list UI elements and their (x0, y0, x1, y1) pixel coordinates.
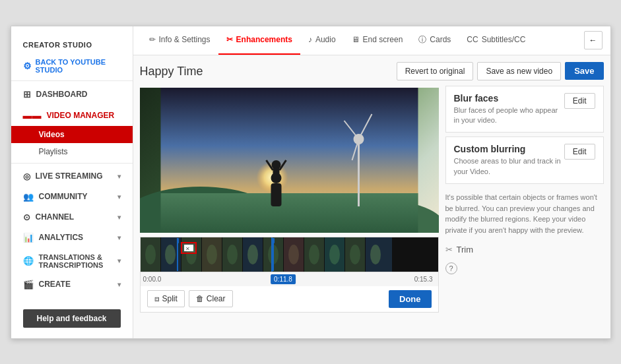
gear-icon: ⚙ (23, 61, 32, 71)
sidebar-back-button[interactable]: ⚙ BACK TO YOUTUBE STUDIO (11, 54, 133, 78)
clear-button[interactable]: 🗑 Clear (189, 290, 233, 307)
pencil-icon: ✏ (149, 35, 156, 44)
custom-blurring-info: Custom blurring Choose areas to blur and… (454, 144, 564, 177)
video-manager-icon: ▬▬ (23, 110, 42, 121)
chevron-icon4: ▾ (117, 234, 121, 241)
svg-rect-42 (177, 238, 179, 243)
svg-point-32 (207, 245, 217, 264)
timeline-ruler: 0:00.0 0:11.8 0:15.3 (141, 272, 438, 286)
svg-point-40 (370, 245, 381, 264)
revert-button[interactable]: Revert to original (397, 62, 474, 80)
trim-icon: ✂ (445, 245, 453, 255)
svg-point-39 (350, 245, 360, 264)
sidebar-item-analytics[interactable]: 📊 ANALYTICS ▾ (11, 228, 133, 248)
chevron-icon: ▾ (117, 173, 121, 180)
tab-info-settings[interactable]: ✏ Info & Settings (141, 26, 218, 55)
split-icon: ⧈ (154, 294, 160, 303)
sidebar-item-channel[interactable]: ⊙ CHANNEL ▾ (11, 207, 133, 228)
custom-blurring-card: Custom blurring Choose areas to blur and… (445, 136, 604, 184)
sidebar-item-create[interactable]: 🎬 CREATE ▾ (11, 274, 133, 295)
music-icon: ♪ (308, 35, 312, 44)
split-button[interactable]: ⧈ Split (147, 290, 185, 307)
svg-point-37 (309, 245, 319, 264)
scissors-icon: ✂ (226, 35, 233, 44)
divider2 (11, 163, 133, 164)
svg-point-29 (145, 245, 156, 264)
timeline-controls: ⧈ Split 🗑 Clear Done (141, 286, 438, 312)
svg-rect-4 (160, 193, 418, 233)
video-player[interactable] (140, 88, 439, 233)
timeline-container: ✕ 0:00.0 0:11.8 0:15.3 (140, 237, 439, 313)
svg-point-33 (227, 245, 238, 264)
sidebar-item-translations[interactable]: 🌐 TRANSLATIONS & TRANSCRIPTIONS ▾ (11, 248, 133, 274)
live-streaming-icon: ◎ (23, 171, 30, 181)
svg-rect-48 (271, 237, 273, 272)
analytics-icon: 📊 (23, 233, 34, 243)
save-button[interactable]: Save (565, 62, 603, 80)
start-time: 0:00.0 (143, 276, 162, 283)
trash-icon: 🗑 (196, 294, 204, 303)
tab-end-screen[interactable]: 🖥 End screen (344, 26, 411, 55)
help-feedback-button[interactable]: Help and feedback (23, 309, 121, 328)
blur-faces-title: Blur faces (454, 93, 564, 104)
arrow-left-icon: ← (589, 36, 597, 45)
svg-rect-10 (271, 183, 281, 206)
sidebar-item-live-streaming[interactable]: ◎ LIVE STREAMING ▾ (11, 166, 133, 187)
blur-faces-info: Blur faces Blur faces of people who appe… (454, 93, 564, 126)
main-content: ✏ Info & Settings ✂ Enhancements ♪ Audio… (133, 26, 610, 338)
blur-faces-edit-button[interactable]: Edit (564, 93, 595, 109)
svg-point-30 (165, 245, 176, 264)
blur-faces-card: Blur faces Blur faces of people who appe… (445, 86, 604, 133)
help-icon[interactable]: ? (445, 262, 457, 274)
community-icon: 👥 (23, 192, 34, 202)
sidebar-item-video-manager[interactable]: ▬▬ VIDEO MANAGER (11, 105, 133, 126)
notice-text: It's possible that certain objects or fr… (445, 188, 604, 239)
custom-blurring-edit-button[interactable]: Edit (564, 144, 595, 160)
chevron-icon6: ▾ (117, 281, 121, 288)
channel-icon: ⊙ (23, 212, 30, 222)
back-button[interactable]: ← (584, 31, 603, 49)
cc-icon: CC (467, 35, 478, 44)
left-panel: Happy Time (140, 62, 439, 332)
create-icon: 🎬 (23, 280, 34, 289)
tab-audio[interactable]: ♪ Audio (300, 26, 344, 55)
trim-section: ✂ Trim (445, 239, 604, 260)
tab-subtitles[interactable]: CC Subtitles/CC (459, 26, 533, 55)
chevron-icon3: ▾ (117, 214, 121, 221)
sidebar-item-dashboard[interactable]: ⊞ DASHBOARD (11, 84, 133, 105)
translations-icon: 🌐 (23, 256, 34, 266)
sidebar-title: CREATOR STUDIO (11, 33, 133, 54)
sidebar-item-playlists[interactable]: Playlists (11, 143, 133, 160)
blur-faces-desc: Blur faces of people who appear in your … (454, 106, 564, 126)
done-button[interactable]: Done (389, 290, 432, 308)
video-thumbnail (140, 88, 439, 233)
svg-rect-13 (273, 167, 279, 179)
custom-blurring-title: Custom blurring (454, 144, 564, 154)
chevron-icon5: ▾ (117, 257, 121, 264)
svg-text:✕: ✕ (185, 246, 190, 252)
svg-point-38 (329, 245, 340, 264)
current-time: 0:11.8 (271, 274, 296, 284)
svg-rect-44 (273, 238, 275, 243)
screen-icon: 🖥 (352, 35, 360, 44)
divider (11, 80, 133, 81)
sidebar-item-community[interactable]: 👥 COMMUNITY ▾ (11, 187, 133, 207)
trim-label: Trim (457, 245, 474, 255)
chevron-icon2: ▾ (117, 193, 121, 200)
svg-point-34 (247, 245, 258, 264)
tab-cards[interactable]: ⓘ Cards (410, 26, 459, 55)
end-time: 0:15.3 (414, 276, 433, 283)
right-panel: Revert to original Save as new video Sav… (445, 62, 604, 332)
tab-enhancements[interactable]: ✂ Enhancements (218, 26, 300, 55)
content-area: Happy Time (133, 55, 610, 338)
dashboard-icon: ⊞ (23, 89, 31, 100)
sidebar-item-videos[interactable]: Videos (11, 126, 133, 143)
timeline-strip[interactable]: ✕ (141, 237, 438, 272)
custom-blurring-desc: Choose areas to blur and track in your V… (454, 156, 564, 177)
save-new-button[interactable]: Save as new video (477, 62, 561, 80)
svg-point-36 (288, 245, 299, 264)
tab-bar: ✏ Info & Settings ✂ Enhancements ♪ Audio… (133, 26, 610, 55)
sidebar: CREATOR STUDIO ⚙ BACK TO YOUTUBE STUDIO … (11, 26, 133, 338)
video-title: Happy Time (140, 62, 439, 81)
top-actions: Revert to original Save as new video Sav… (445, 62, 604, 80)
